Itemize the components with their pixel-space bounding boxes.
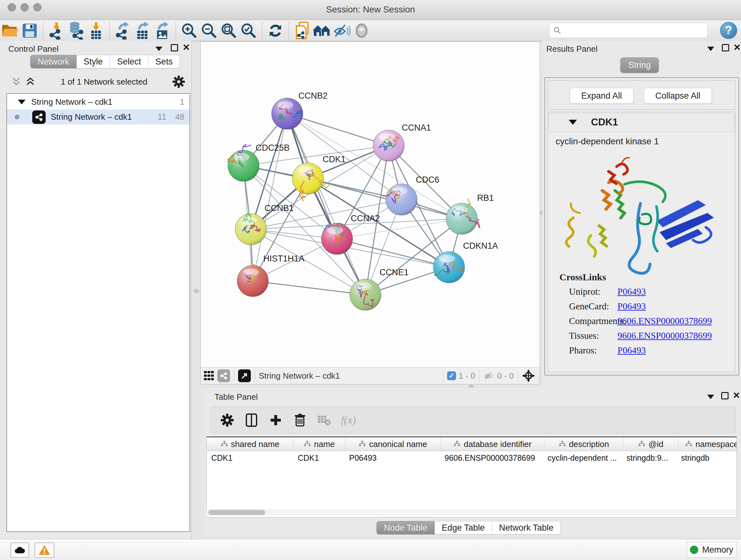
crosslink-link[interactable]: P06493 (617, 301, 646, 312)
results-panel-close-icon[interactable]: ✕ (733, 44, 741, 52)
show-columns-icon[interactable] (239, 411, 264, 429)
cell-id[interactable]: stringdb:9... (622, 451, 677, 464)
zoom-out-icon[interactable] (199, 22, 219, 40)
tab-select[interactable]: Select (110, 55, 148, 68)
show-hide-graphics-details-icon[interactable] (312, 22, 332, 40)
pan-crosshair-icon[interactable] (522, 369, 535, 382)
network-node-CDKN1A[interactable]: CDKN1A (433, 241, 498, 283)
search-field[interactable] (549, 23, 708, 38)
control-panel-float-icon[interactable] (171, 44, 178, 51)
crosslink-link[interactable]: 9606.ENSP00000378699 (617, 316, 712, 326)
view-grid-icon[interactable] (201, 367, 217, 385)
crosslink-link[interactable]: P06493 (617, 345, 646, 356)
table-panel-float-icon[interactable] (721, 392, 729, 399)
import-table-from-file-icon[interactable] (86, 22, 106, 40)
network-collection-row[interactable]: String Network – cdk1 1 (7, 95, 190, 110)
export-image-icon[interactable] (152, 22, 172, 40)
node-entry-header[interactable]: CDK1 (549, 113, 735, 132)
network-birdseye-icon[interactable] (217, 369, 230, 382)
tree-expander-icon[interactable] (18, 100, 25, 105)
search-input[interactable] (561, 23, 708, 37)
import-network-from-file-icon[interactable] (47, 22, 66, 40)
table-tabs: Node Table Edge Table Network Table (377, 521, 561, 535)
crosslink-link[interactable]: P06493 (617, 287, 646, 297)
table-panel: Table Panel ✕ f(x) shared name (204, 388, 741, 537)
collapse-all-chevron-icon[interactable] (11, 77, 22, 86)
cell-name[interactable]: CDK1 (293, 451, 345, 464)
table-panel-close-icon[interactable]: ✕ (733, 391, 740, 400)
network-node-HIST1H1A[interactable]: HIST1H1A (237, 254, 305, 297)
status-separator (234, 370, 234, 381)
node-details-list: CDK1 cyclin-dependent kinase 1 (548, 112, 735, 372)
tab-node-table[interactable]: Node Table (377, 521, 434, 535)
warnings-button[interactable] (35, 543, 54, 558)
results-panel-menu-caret-icon[interactable] (707, 47, 714, 51)
cell-database-identifier[interactable]: 9606.ENSP00000378699 (440, 451, 543, 464)
copy-network-style-icon[interactable] (292, 22, 312, 40)
network-node-CDC25B[interactable]: CDC25B (227, 143, 290, 181)
cell-description[interactable]: cyclin-dependent ... (543, 451, 622, 464)
tab-network-table[interactable]: Network Table (492, 521, 561, 535)
hidden-counter: 0 - 0 (497, 371, 514, 381)
network-row-selected[interactable]: String Network – cdk1 11 48 (7, 110, 190, 125)
control-panel-menu-caret-icon[interactable] (155, 47, 162, 51)
column-header-shared-name[interactable]: shared name (207, 437, 293, 451)
scrollbar-thumb[interactable] (208, 510, 265, 515)
cell-canonical-name[interactable]: P06493 (345, 451, 440, 464)
left-splitter-handle[interactable] (193, 289, 199, 293)
entry-collapse-caret-icon[interactable] (569, 120, 577, 125)
column-header-name[interactable]: name (293, 437, 345, 451)
column-header-namespace[interactable]: namespace (678, 437, 737, 451)
crosslink-link[interactable]: 9606.ENSP00000378699 (617, 330, 712, 341)
export-network-icon[interactable] (113, 22, 133, 40)
control-panel-close-icon[interactable]: ✕ (183, 44, 190, 52)
selected-nodes-checkbox-icon[interactable]: ✓ (447, 371, 456, 380)
column-header-database-identifier[interactable]: database identifier (441, 437, 544, 451)
table-options-gear-icon[interactable] (215, 411, 239, 429)
network-node-CCNE1[interactable]: CCNE1 (350, 267, 409, 310)
column-header-id[interactable]: @id (623, 437, 678, 451)
network-canvas[interactable]: CCNB2CCNA1CDC25BCDK1CDC6RB1CCNB1CCNA2CDK… (201, 42, 539, 367)
delete-column-icon[interactable] (288, 411, 312, 429)
network-node-CCNA1[interactable]: CCNA1 (373, 123, 431, 161)
network-edge-count: 48 (175, 112, 185, 122)
export-table-icon[interactable] (133, 22, 152, 40)
network-options-gear-icon[interactable] (172, 75, 185, 88)
title-bar: Session: New Session (0, 0, 741, 20)
tab-sets[interactable]: Sets (148, 55, 180, 68)
zoom-fit-content-icon[interactable] (219, 22, 239, 40)
open-session-icon[interactable] (0, 22, 20, 40)
collapse-all-button[interactable]: Collapse All (644, 88, 712, 104)
import-network-from-database-icon[interactable] (66, 22, 86, 40)
hide-panel-eye-icon[interactable] (332, 22, 352, 40)
collection-count: 1 (180, 97, 185, 107)
tab-network[interactable]: Network (30, 55, 77, 68)
table-panel-title: Table Panel (214, 392, 258, 402)
save-session-icon[interactable] (20, 22, 40, 40)
network-node-RB1[interactable]: RB1 (446, 193, 494, 234)
column-header-canonical-name[interactable]: canonical name (345, 437, 441, 451)
table-row[interactable]: CDK1 CDK1 P06493 9606.ENSP00000378699 cy… (207, 451, 737, 464)
open-in-new-window-icon[interactable] (238, 369, 251, 382)
cell-namespace[interactable]: stringdb (677, 451, 737, 464)
help-icon[interactable]: ? (720, 22, 737, 39)
add-column-icon[interactable] (264, 411, 288, 429)
tab-edge-table[interactable]: Edge Table (434, 521, 492, 535)
node-label-CCNE1: CCNE1 (380, 267, 409, 277)
expand-all-chevron-icon[interactable] (25, 77, 36, 86)
table-horizontal-scrollbar[interactable] (206, 509, 736, 516)
tab-style[interactable]: Style (77, 55, 110, 68)
zoom-selected-icon[interactable] (239, 22, 259, 40)
node-label-CDC6: CDC6 (416, 175, 440, 185)
table-panel-menu-caret-icon[interactable] (707, 395, 714, 399)
memory-button[interactable]: Memory (687, 542, 737, 558)
network-node-CCNB1[interactable]: CCNB1 (235, 203, 294, 245)
tab-string[interactable]: String (620, 57, 659, 73)
expand-all-button[interactable]: Expand All (569, 88, 633, 104)
refresh-icon[interactable] (266, 22, 285, 40)
cloud-status-button[interactable] (10, 543, 29, 558)
column-header-description[interactable]: description (544, 437, 623, 451)
results-panel-float-icon[interactable] (722, 44, 729, 51)
zoom-in-icon[interactable] (179, 22, 199, 40)
cell-shared-name[interactable]: CDK1 (207, 451, 293, 464)
